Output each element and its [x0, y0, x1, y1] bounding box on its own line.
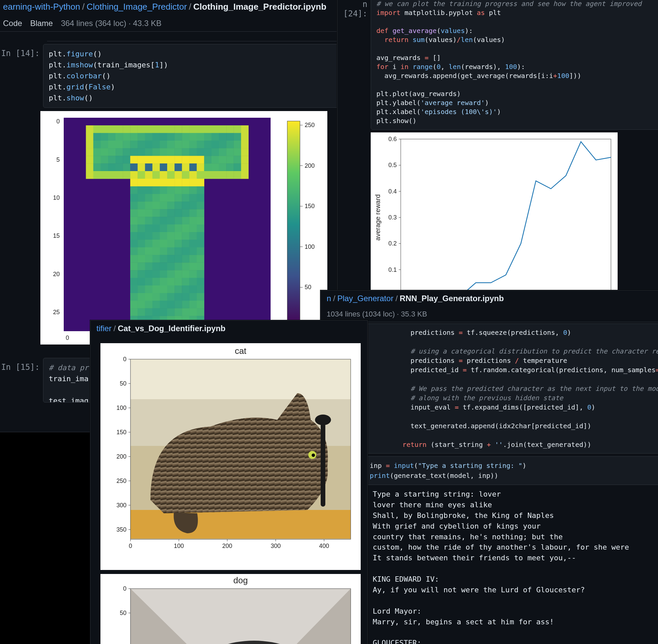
svg-rect-162 — [182, 179, 190, 186]
svg-rect-64 — [226, 141, 234, 148]
code-input[interactable]: predictions = tf.squeeze(predictions, 0)… — [327, 323, 658, 454]
svg-rect-78 — [167, 148, 175, 156]
svg-rect-133 — [86, 171, 93, 179]
svg-rect-175 — [130, 194, 138, 202]
tab-blame[interactable]: Blame — [30, 19, 53, 28]
svg-rect-202 — [182, 209, 190, 217]
svg-rect-301 — [175, 285, 182, 293]
svg-rect-119 — [145, 163, 153, 171]
svg-text:100: 100 — [174, 543, 184, 549]
svg-rect-269 — [160, 262, 168, 270]
svg-rect-51 — [130, 141, 138, 148]
svg-text:0.6: 0.6 — [388, 136, 397, 142]
tab-code[interactable]: Code — [3, 19, 22, 28]
svg-rect-228 — [153, 232, 160, 240]
svg-rect-174 — [197, 186, 204, 194]
code-input[interactable]: # we can plot the training progress and … — [371, 0, 658, 130]
svg-rect-103 — [189, 156, 197, 163]
svg-rect-298 — [153, 285, 160, 293]
svg-rect-241 — [175, 240, 182, 248]
svg-rect-81 — [189, 148, 197, 156]
svg-rect-48 — [108, 141, 116, 148]
svg-rect-15 — [189, 125, 197, 133]
svg-rect-239 — [160, 240, 168, 248]
svg-rect-309 — [160, 293, 168, 301]
breadcrumb-link-repo[interactable]: earning-with-Python — [3, 2, 80, 12]
svg-rect-222 — [182, 225, 190, 232]
svg-rect-189 — [160, 202, 168, 209]
svg-rect-209 — [160, 217, 168, 225]
svg-rect-33 — [160, 133, 168, 141]
svg-rect-283 — [189, 270, 197, 278]
svg-rect-321 — [175, 301, 182, 308]
svg-text:50: 50 — [120, 610, 127, 616]
svg-rect-200 — [167, 209, 175, 217]
svg-rect-195 — [130, 209, 138, 217]
svg-rect-36 — [182, 133, 190, 141]
cell-prompt: In [14]: — [0, 44, 43, 58]
svg-rect-278 — [153, 270, 160, 278]
svg-rect-289 — [160, 278, 168, 285]
svg-rect-21 — [234, 125, 241, 133]
svg-rect-204 — [197, 209, 204, 217]
svg-text:0: 0 — [123, 356, 127, 363]
svg-rect-35 — [175, 133, 182, 141]
svg-rect-112 — [93, 163, 101, 171]
svg-rect-236 — [137, 240, 145, 248]
breadcrumb-link[interactable]: tifier — [96, 324, 111, 333]
svg-rect-120 — [153, 163, 160, 171]
svg-rect-253 — [189, 248, 197, 255]
svg-rect-179 — [160, 194, 168, 202]
svg-rect-215 — [130, 225, 138, 232]
svg-rect-125 — [189, 163, 197, 171]
svg-rect-171 — [175, 186, 182, 194]
svg-rect-308 — [153, 293, 160, 301]
svg-rect-260 — [167, 255, 175, 262]
svg-rect-123 — [175, 163, 182, 171]
breadcrumb: n/Play_Generator/RNN_Play_Generator.ipyn… — [321, 291, 658, 306]
plot-title-dog: dog — [233, 575, 247, 585]
svg-rect-281 — [175, 270, 182, 278]
svg-text:200: 200 — [116, 453, 127, 460]
svg-rect-80 — [182, 148, 190, 156]
svg-rect-220 — [167, 225, 175, 232]
svg-rect-315 — [130, 301, 138, 308]
svg-rect-285 — [130, 278, 138, 285]
svg-rect-82 — [197, 148, 204, 156]
svg-rect-219 — [160, 225, 168, 232]
breadcrumb-link-folder[interactable]: Clothing_Image_Predictor — [86, 2, 187, 12]
svg-rect-318 — [153, 301, 160, 308]
svg-rect-49 — [115, 141, 123, 148]
svg-rect-313 — [189, 293, 197, 301]
svg-rect-159 — [160, 179, 168, 186]
svg-rect-264 — [197, 255, 204, 262]
svg-rect-177 — [145, 194, 153, 202]
svg-rect-288 — [153, 278, 160, 285]
svg-rect-93 — [115, 156, 123, 163]
svg-rect-414 — [130, 510, 351, 538]
breadcrumb-link[interactable]: n — [327, 294, 331, 303]
svg-rect-45 — [86, 141, 93, 148]
svg-rect-208 — [153, 217, 160, 225]
svg-rect-160 — [167, 179, 175, 186]
svg-rect-188 — [153, 202, 160, 209]
window-reward: n [24]: # we can plot the training progr… — [337, 0, 658, 294]
code-input[interactable]: inp = input("Type a starting string: ") … — [364, 456, 658, 485]
code-input[interactable]: plt.figure() plt.imshow(train_images[1])… — [43, 44, 354, 108]
svg-rect-229 — [160, 232, 168, 240]
svg-rect-169 — [160, 186, 168, 194]
svg-rect-144 — [167, 171, 175, 179]
svg-rect-38 — [197, 133, 204, 141]
svg-text:0.2: 0.2 — [388, 240, 397, 247]
svg-rect-26 — [108, 133, 116, 141]
svg-text:100: 100 — [116, 405, 127, 411]
svg-rect-172 — [182, 186, 190, 194]
svg-rect-232 — [182, 232, 190, 240]
svg-rect-184 — [197, 194, 204, 202]
svg-rect-255 — [130, 255, 138, 262]
svg-rect-311 — [175, 293, 182, 301]
breadcrumb-link-folder[interactable]: Play_Generator — [337, 294, 393, 303]
svg-rect-247 — [145, 248, 153, 255]
svg-rect-97 — [145, 156, 153, 163]
svg-rect-138 — [123, 171, 130, 179]
